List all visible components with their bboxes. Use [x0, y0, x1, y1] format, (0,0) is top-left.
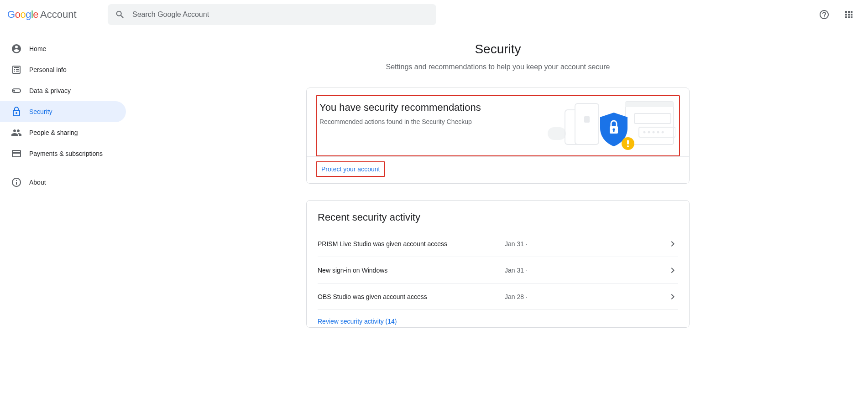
- svg-rect-3: [584, 116, 590, 123]
- id-card-icon: [11, 64, 22, 75]
- recommendations-highlight: You have security recommendations Recomm…: [316, 95, 680, 156]
- sidebar-item-label: Data & privacy: [29, 87, 71, 94]
- svg-point-9: [648, 131, 650, 134]
- main-content: Security Settings and recommendations to…: [128, 29, 868, 346]
- activity-row[interactable]: OBS Studio was given account access Jan …: [318, 284, 678, 310]
- recommendations-card: You have security recommendations Recomm…: [306, 88, 690, 184]
- page-title: Security: [475, 42, 521, 57]
- lock-icon: [11, 106, 22, 117]
- activity-card: Recent security activity PRISM Live Stud…: [306, 200, 690, 328]
- logo-product-label: Account: [40, 9, 77, 21]
- sidebar-divider: [0, 168, 128, 168]
- svg-rect-5: [625, 102, 674, 107]
- apps-icon: [843, 9, 854, 20]
- activity-date: Jan 31: [505, 240, 528, 247]
- activity-desc: OBS Studio was given account access: [318, 293, 505, 300]
- svg-point-8: [643, 131, 646, 134]
- sidebar-item-label: Personal info: [29, 66, 67, 73]
- activity-date: Jan 31: [505, 267, 528, 274]
- google-logo: Google: [7, 9, 38, 21]
- page-subtitle: Settings and recommendations to help you…: [386, 63, 610, 71]
- sidebar-item-label: Home: [29, 45, 46, 52]
- chevron-right-icon: [667, 265, 678, 276]
- svg-point-18: [627, 145, 629, 147]
- svg-point-12: [662, 131, 664, 134]
- svg-rect-0: [548, 127, 566, 140]
- recommendations-title: You have security recommendations: [319, 102, 481, 113]
- activity-row[interactable]: PRISM Live Studio was given account acce…: [318, 231, 678, 257]
- protect-account-highlight: Protect your account: [316, 161, 385, 177]
- info-icon: [11, 177, 22, 188]
- people-icon: [11, 127, 22, 138]
- credit-card-icon: [11, 148, 22, 159]
- toggle-icon: [11, 85, 22, 96]
- sidebar-item-label: Payments & subscriptions: [29, 150, 103, 157]
- help-button[interactable]: [815, 5, 833, 24]
- sidebar-item-home[interactable]: Home: [0, 38, 126, 59]
- sidebar-item-security[interactable]: Security: [0, 101, 126, 122]
- sidebar-item-personal-info[interactable]: Personal info: [0, 59, 126, 80]
- account-circle-icon: [11, 43, 22, 54]
- svg-rect-15: [613, 129, 615, 132]
- activity-row[interactable]: New sign-in on Windows Jan 31: [318, 257, 678, 284]
- svg-point-10: [653, 131, 655, 134]
- svg-point-11: [657, 131, 659, 134]
- activity-desc: PRISM Live Studio was given account acce…: [318, 240, 505, 247]
- apps-button[interactable]: [840, 5, 858, 24]
- activity-date: Jan 28: [505, 293, 528, 300]
- search-box[interactable]: [108, 4, 436, 25]
- activity-desc: New sign-in on Windows: [318, 267, 505, 274]
- recommendations-subtitle: Recommended actions found in the Securit…: [319, 118, 481, 125]
- sidebar-item-label: About: [29, 179, 46, 186]
- security-illustration: [543, 100, 675, 150]
- sidebar-item-payments[interactable]: Payments & subscriptions: [0, 143, 126, 164]
- activity-title: Recent security activity: [307, 201, 689, 231]
- review-activity-button[interactable]: Review security activity (14): [318, 318, 397, 325]
- help-icon: [819, 9, 830, 20]
- sidebar-item-label: Security: [29, 108, 52, 115]
- search-icon: [115, 10, 125, 20]
- sidebar: Home Personal info Data & privacy Securi…: [0, 29, 128, 346]
- sidebar-item-about[interactable]: About: [0, 172, 126, 193]
- chevron-right-icon: [667, 291, 678, 302]
- sidebar-item-people-sharing[interactable]: People & sharing: [0, 122, 126, 143]
- sidebar-item-data-privacy[interactable]: Data & privacy: [0, 80, 126, 101]
- search-input[interactable]: [132, 10, 429, 19]
- sidebar-item-label: People & sharing: [29, 129, 78, 136]
- logo[interactable]: Google Account: [7, 9, 99, 21]
- svg-rect-17: [627, 140, 629, 144]
- chevron-right-icon: [667, 238, 678, 249]
- protect-account-button[interactable]: Protect your account: [321, 165, 380, 173]
- svg-rect-2: [575, 103, 599, 144]
